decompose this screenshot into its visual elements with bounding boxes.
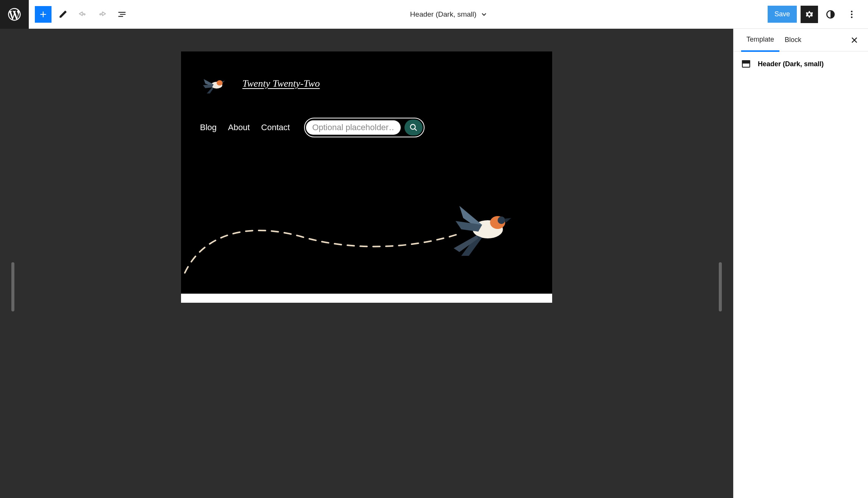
- settings-button[interactable]: [801, 6, 818, 23]
- template-info-row[interactable]: Header (Dark, small): [741, 59, 860, 69]
- list-view-button[interactable]: [114, 6, 130, 23]
- svg-rect-17: [742, 61, 750, 63]
- document-title: Header (Dark, small): [410, 10, 476, 19]
- styles-button[interactable]: [822, 6, 839, 23]
- undo-button[interactable]: [74, 6, 91, 23]
- close-sidebar-button[interactable]: [848, 34, 860, 46]
- editor-workspace: Twenty Twenty-Two Blog About Contact: [0, 29, 868, 498]
- editor-top-bar: Header (Dark, small) Save: [0, 0, 868, 29]
- search-submit-button[interactable]: [404, 120, 423, 135]
- svg-line-10: [415, 129, 417, 131]
- gear-icon: [804, 9, 814, 19]
- wordpress-icon: [7, 7, 22, 22]
- svg-point-9: [411, 124, 415, 129]
- nav-link-contact[interactable]: Contact: [261, 123, 290, 132]
- search-block: [304, 118, 425, 137]
- site-title-link[interactable]: Twenty Twenty-Two: [242, 78, 320, 89]
- tab-block[interactable]: Block: [779, 29, 807, 51]
- resize-handle-right[interactable]: [719, 262, 722, 311]
- decorative-bird-illustration: [181, 176, 552, 275]
- redo-icon: [97, 9, 107, 19]
- template-preview[interactable]: Twenty Twenty-Two Blog About Contact: [181, 51, 552, 294]
- edit-tool-button[interactable]: [55, 6, 71, 23]
- svg-point-13: [498, 216, 505, 224]
- save-button[interactable]: Save: [768, 6, 797, 23]
- bird-icon: [200, 72, 230, 95]
- svg-point-6: [851, 16, 852, 18]
- redo-button[interactable]: [94, 6, 111, 23]
- resize-handle-left[interactable]: [11, 262, 14, 311]
- settings-sidebar: Template Block Header (Dark, small): [733, 29, 868, 498]
- add-block-button[interactable]: [35, 6, 52, 23]
- template-name-label: Header (Dark, small): [758, 60, 824, 68]
- sidebar-body: Header (Dark, small): [734, 51, 868, 76]
- document-title-dropdown[interactable]: Header (Dark, small): [130, 10, 768, 19]
- site-header-row: Twenty Twenty-Two: [200, 72, 533, 95]
- pencil-icon: [58, 9, 68, 19]
- more-options-button[interactable]: [843, 6, 860, 23]
- site-logo[interactable]: [200, 72, 230, 95]
- svg-point-5: [851, 13, 852, 15]
- nav-link-blog[interactable]: Blog: [200, 123, 217, 132]
- svg-point-8: [217, 80, 223, 86]
- topbar-left-tools: [29, 6, 130, 23]
- undo-icon: [78, 9, 87, 19]
- svg-point-12: [490, 216, 505, 229]
- close-icon: [850, 36, 859, 44]
- canvas-frame: Twenty Twenty-Two Blog About Contact: [181, 51, 552, 303]
- nav-link-about[interactable]: About: [228, 123, 250, 132]
- preview-footer-whitespace: [181, 294, 552, 303]
- sidebar-tabs: Template Block: [734, 29, 868, 51]
- canvas-area: Twenty Twenty-Two Blog About Contact: [0, 29, 733, 498]
- navigation-row: Blog About Contact: [200, 118, 533, 137]
- svg-point-11: [473, 220, 503, 238]
- plus-icon: [38, 9, 48, 19]
- more-vertical-icon: [847, 9, 857, 19]
- chevron-down-icon: [480, 11, 488, 18]
- contrast-icon: [826, 9, 835, 19]
- header-block-icon: [741, 59, 751, 69]
- list-view-icon: [117, 9, 127, 19]
- svg-point-4: [851, 11, 852, 12]
- search-input[interactable]: [306, 120, 401, 135]
- wordpress-logo-button[interactable]: [0, 0, 29, 29]
- tab-template[interactable]: Template: [741, 29, 779, 52]
- search-icon: [409, 123, 418, 132]
- topbar-right-tools: Save: [768, 6, 868, 23]
